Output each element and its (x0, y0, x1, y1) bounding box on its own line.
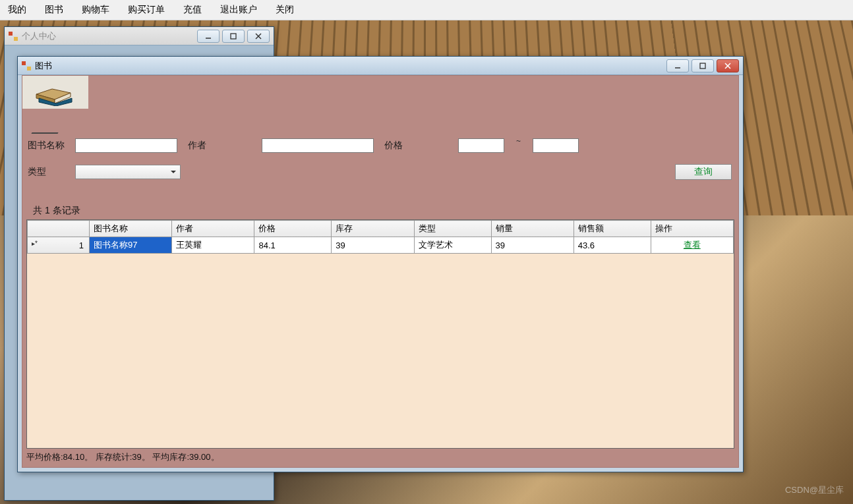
col-type[interactable]: 类型 (414, 221, 491, 237)
app-icon (22, 61, 31, 70)
col-operation[interactable]: 操作 (651, 221, 733, 237)
label-price: 价格 (384, 140, 421, 152)
svg-rect-1 (231, 34, 236, 39)
decorative-line (31, 132, 58, 134)
input-price-from[interactable] (458, 138, 504, 153)
main-menubar: 我的 图书 购物车 购买订单 充值 退出账户 关闭 (0, 0, 853, 20)
row-index: 1 (79, 240, 84, 250)
col-book-name[interactable]: 图书名称 (89, 221, 171, 237)
titlebar-parent[interactable]: 个人中心 (5, 27, 274, 45)
input-price-to[interactable] (533, 138, 579, 153)
title-books: 图书 (35, 60, 52, 72)
menu-books[interactable]: 图书 (42, 3, 66, 17)
cell-sales[interactable]: 39 (491, 237, 574, 254)
row-marker-icon: ▸* (32, 240, 38, 247)
row-header-corner[interactable] (28, 221, 90, 237)
search-panel: 图书名称 作者 价格 ~ 类型 查询 (25, 136, 736, 202)
cell-price[interactable]: 84.1 (254, 237, 332, 254)
query-button[interactable]: 查询 (675, 164, 732, 180)
title-parent: 个人中心 (22, 30, 56, 42)
record-count: 共 1 条记录 (33, 205, 80, 217)
input-author[interactable] (262, 138, 374, 153)
menu-close[interactable]: 关闭 (273, 3, 297, 17)
minimize-button[interactable] (666, 59, 689, 72)
window-books: 图书 图书名称 作者 价格 ~ (17, 56, 744, 472)
row-header[interactable]: ▸* 1 (28, 237, 90, 254)
label-author: 作者 (188, 140, 225, 152)
books-hero-image (22, 76, 88, 109)
close-button[interactable] (247, 30, 270, 43)
col-stock[interactable]: 库存 (332, 221, 414, 237)
maximize-button[interactable] (691, 59, 714, 72)
menu-orders[interactable]: 购买订单 (125, 3, 167, 17)
menu-cart[interactable]: 购物车 (79, 3, 112, 17)
cell-type[interactable]: 文学艺术 (414, 237, 491, 254)
status-bar: 平均价格:84.10。 库存统计:39。 平均库存:39.00。 (26, 450, 734, 463)
label-book-name: 图书名称 (28, 140, 65, 152)
menu-logout[interactable]: 退出账户 (218, 3, 260, 17)
range-separator: ~ (515, 136, 522, 146)
cell-revenue[interactable]: 43.6 (574, 237, 651, 254)
svg-rect-5 (700, 63, 705, 69)
titlebar-books[interactable]: 图书 (18, 57, 743, 75)
data-grid[interactable]: 图书名称 作者 价格 库存 类型 销量 销售额 操作 ▸* 1 图书名 (26, 219, 734, 449)
cell-view-link[interactable]: 查看 (651, 237, 733, 254)
label-type: 类型 (28, 166, 65, 178)
col-price[interactable]: 价格 (254, 221, 332, 237)
menu-recharge[interactable]: 充值 (181, 3, 204, 17)
close-button[interactable] (717, 59, 739, 72)
menu-mine[interactable]: 我的 (5, 3, 29, 17)
watermark-text: CSDN@星尘库 (785, 484, 844, 496)
minimize-button[interactable] (197, 30, 220, 43)
cell-book-name[interactable]: 图书名称97 (89, 237, 171, 254)
app-icon (9, 32, 18, 41)
col-revenue[interactable]: 销售额 (574, 221, 651, 237)
col-author[interactable]: 作者 (172, 221, 254, 237)
col-sales[interactable]: 销量 (491, 221, 574, 237)
cell-stock[interactable]: 39 (332, 237, 414, 254)
table-row[interactable]: ▸* 1 图书名称97 王英耀 84.1 39 文学艺术 39 43.6 查看 (28, 237, 734, 254)
books-body: 图书名称 作者 价格 ~ 类型 查询 共 1 条记录 (22, 75, 739, 468)
input-book-name[interactable] (75, 138, 177, 153)
maximize-button[interactable] (222, 30, 245, 43)
combo-type[interactable] (75, 165, 181, 179)
cell-author[interactable]: 王英耀 (172, 237, 254, 254)
